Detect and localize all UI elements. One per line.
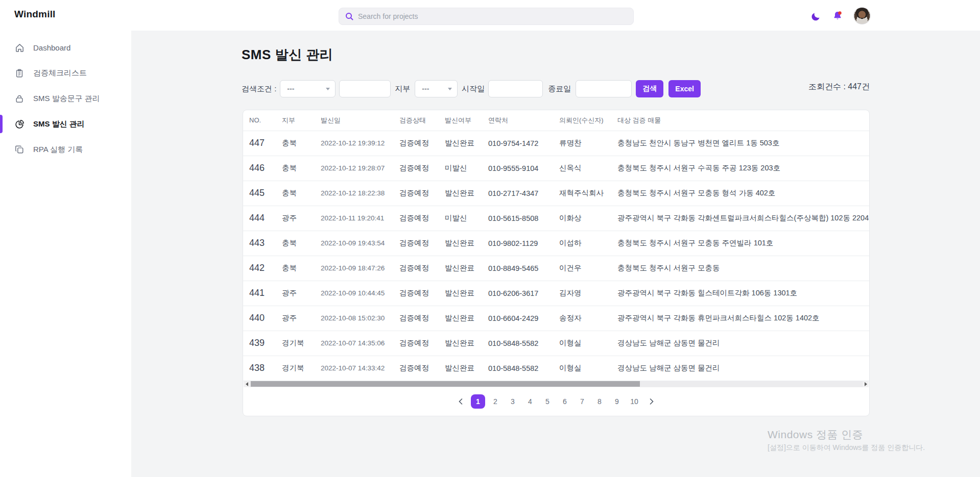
table-row[interactable]: 441광주2022-10-09 10:44:45검증예정발신완료010-6206… (243, 281, 869, 306)
cell-property: 충청남도 천안시 동남구 병천면 엘리트 1동 503호 (611, 131, 869, 156)
sidebar-item-label: 검증체크리스트 (33, 68, 87, 78)
bell-icon (832, 11, 843, 21)
page-button-9[interactable]: 9 (610, 394, 624, 409)
sidebar-item-sms-발신-관리[interactable]: SMS 발신 관리 (0, 111, 131, 137)
cell-verify-status: 검증예정 (393, 331, 439, 356)
page-button-7[interactable]: 7 (575, 394, 589, 409)
page-button-3[interactable]: 3 (506, 394, 520, 409)
keyword-input[interactable] (339, 80, 391, 97)
cell-branch: 충북 (276, 256, 315, 281)
page-button-10[interactable]: 10 (627, 394, 641, 409)
cell-no: 446 (243, 156, 276, 181)
cell-client: 재혁주식회사 (553, 181, 611, 206)
chevron-down-icon (326, 88, 330, 90)
page-title: SMS 발신 관리 (242, 46, 333, 64)
cell-sent-date: 2022-10-12 19:28:07 (315, 156, 393, 181)
next-page-button[interactable] (644, 394, 659, 409)
search-button[interactable]: 검색 (636, 80, 663, 97)
cell-phone: 010-9555-9104 (482, 156, 553, 181)
page-button-1[interactable]: 1 (471, 394, 485, 409)
cell-client: 김자영 (553, 281, 611, 306)
column-header: NO. (243, 110, 276, 131)
sidebar-item-sms-발송문구-관리[interactable]: SMS 발송문구 관리 (0, 86, 131, 111)
cell-no: 438 (243, 356, 276, 381)
cell-branch: 충북 (276, 156, 315, 181)
cell-verify-status: 검증예정 (393, 156, 439, 181)
cell-no: 444 (243, 206, 276, 231)
table-row[interactable]: 438경기북2022-10-07 14:33:42검증예정발신완료010-584… (243, 356, 869, 381)
column-header: 연락처 (482, 110, 553, 131)
end-date-input[interactable] (576, 80, 632, 97)
cell-send-status: 발신완료 (439, 181, 482, 206)
windows-activation-watermark: Windows 정품 인증 [설정]으로 이동하여 Windows를 정품 인증… (768, 428, 925, 453)
cell-sent-date: 2022-10-11 19:20:41 (315, 206, 393, 231)
table-header-row: NO.지부발신일검증상태발신여부연락처의뢰인(수신자)대상 검증 매물 (243, 110, 869, 131)
sidebar-item-dashboard[interactable]: Dashboard (0, 35, 131, 60)
page-button-4[interactable]: 4 (523, 394, 537, 409)
search-input[interactable] (358, 12, 627, 20)
page-button-6[interactable]: 6 (558, 394, 572, 409)
cell-no: 442 (243, 256, 276, 281)
cell-verify-status: 검증예정 (393, 356, 439, 381)
table-row[interactable]: 442충북2022-10-09 18:47:26검증예정발신완료010-8849… (243, 256, 869, 281)
sms-table: NO.지부발신일검증상태발신여부연락처의뢰인(수신자)대상 검증 매물 447충… (243, 110, 869, 381)
watermark-title: Windows 정품 인증 (768, 428, 925, 442)
cell-verify-status: 검증예정 (393, 306, 439, 331)
result-count: 조회건수 : 447건 (808, 82, 870, 92)
column-header: 검증상태 (393, 110, 439, 131)
notification-dot (838, 11, 841, 14)
column-header: 대상 검증 매물 (611, 110, 869, 131)
horizontal-scrollbar[interactable] (244, 381, 869, 387)
dark-mode-toggle[interactable] (810, 11, 821, 22)
pie-chart-icon (14, 119, 25, 129)
cell-no: 441 (243, 281, 276, 306)
sidebar-item-검증체크리스트[interactable]: 검증체크리스트 (0, 60, 131, 86)
condition-label: 검색조건 : (242, 84, 276, 94)
cell-send-status: 발신완료 (439, 356, 482, 381)
cell-phone: 010-5848-5582 (482, 331, 553, 356)
sidebar-item-rpa-실행-기록[interactable]: RPA 실행 기록 (0, 137, 131, 162)
excel-button[interactable]: Excel (668, 80, 701, 97)
scrollbar-thumb[interactable] (251, 381, 640, 387)
search-icon (345, 12, 353, 20)
cell-branch: 경기북 (276, 356, 315, 381)
branch-label: 지부 (395, 84, 410, 94)
start-date-input[interactable] (488, 80, 543, 97)
chevron-down-icon (448, 88, 452, 90)
condition-select[interactable]: --- (280, 80, 336, 97)
table-row[interactable]: 446충북2022-10-12 19:28:07검증예정미발신010-9555-… (243, 156, 869, 181)
page-button-8[interactable]: 8 (592, 394, 607, 409)
cell-sent-date: 2022-10-07 14:35:06 (315, 331, 393, 356)
table-row[interactable]: 444광주2022-10-11 19:20:41검증예정미발신010-5615-… (243, 206, 869, 231)
prev-page-button[interactable] (453, 394, 468, 409)
cell-verify-status: 검증예정 (393, 131, 439, 156)
cell-send-status: 발신완료 (439, 331, 482, 356)
column-header: 의뢰인(수신자) (553, 110, 611, 131)
column-header: 발신여부 (439, 110, 482, 131)
page-button-2[interactable]: 2 (488, 394, 503, 409)
table-row[interactable]: 443충북2022-10-09 19:43:54검증예정발신완료010-9802… (243, 231, 869, 256)
cell-phone: 010-6604-2429 (482, 306, 553, 331)
page-button-5[interactable]: 5 (540, 394, 555, 409)
cell-sent-date: 2022-10-07 14:33:42 (315, 356, 393, 381)
global-search[interactable] (339, 8, 634, 25)
cell-branch: 광주 (276, 206, 315, 231)
cell-client: 송정자 (553, 306, 611, 331)
cell-client: 류명찬 (553, 131, 611, 156)
branch-select[interactable]: --- (415, 80, 458, 97)
cell-phone: 010-5615-8508 (482, 206, 553, 231)
table-row[interactable]: 445충북2022-10-12 18:22:38검증예정발신완료010-2717… (243, 181, 869, 206)
cell-no: 439 (243, 331, 276, 356)
cell-sent-date: 2022-10-09 10:44:45 (315, 281, 393, 306)
scrollbar-track[interactable] (250, 381, 863, 387)
scroll-left-arrow-icon[interactable] (244, 381, 250, 387)
sidebar-item-label: SMS 발송문구 관리 (33, 94, 100, 104)
cell-sent-date: 2022-10-12 19:39:12 (315, 131, 393, 156)
avatar[interactable] (853, 7, 871, 24)
cell-branch: 광주 (276, 306, 315, 331)
notifications-button[interactable] (832, 10, 843, 21)
scroll-right-arrow-icon[interactable] (863, 381, 869, 387)
table-row[interactable]: 440광주2022-10-08 15:02:30검증예정발신완료010-6604… (243, 306, 869, 331)
table-row[interactable]: 447충북2022-10-12 19:39:12검증예정발신완료010-9754… (243, 131, 869, 156)
table-row[interactable]: 439경기북2022-10-07 14:35:06검증예정발신완료010-584… (243, 331, 869, 356)
